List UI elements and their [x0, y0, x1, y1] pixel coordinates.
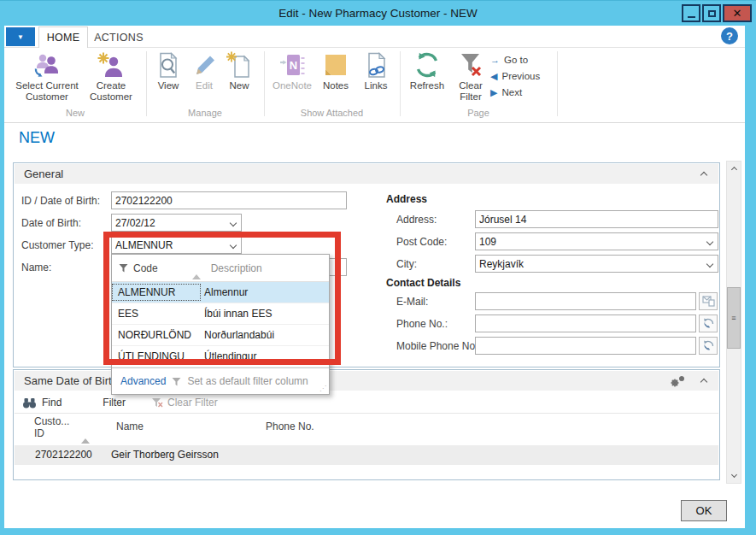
chevron-up-icon: [730, 167, 736, 173]
create-customer-button[interactable]: Create Customer: [84, 51, 138, 103]
row-name: Geir Thorberg Geirsson: [111, 449, 219, 461]
next-button[interactable]: ▶ Next: [490, 85, 522, 99]
clear-filter-button[interactable]: Clear Filter: [451, 51, 490, 103]
chevron-down-icon: [730, 472, 736, 478]
dob-input[interactable]: [112, 216, 226, 230]
goto-arrow-icon: →: [490, 55, 500, 65]
ribbon-separator: [400, 51, 401, 116]
previous-button[interactable]: ◀ Previous: [490, 69, 540, 83]
clear-filter-list-button[interactable]: Clear Filter: [167, 397, 218, 409]
customer-type-field[interactable]: [111, 236, 242, 254]
dropdown-column-description[interactable]: Description: [211, 262, 262, 274]
customer-type-input[interactable]: [112, 238, 226, 252]
phone-dial-button[interactable]: [699, 315, 718, 332]
phone-field[interactable]: [475, 315, 696, 332]
dropdown-code-cell: EES: [112, 305, 201, 322]
dropdown-row[interactable]: ALMENNUR Almennur: [112, 282, 329, 303]
window-title: Edit - New Pharmacy Customer - NEW: [0, 7, 756, 20]
onenote-icon: N: [268, 51, 316, 80]
dropdown-row[interactable]: NORÐURLÖND Norðurlandabúi: [112, 325, 329, 346]
notes-icon: [316, 51, 355, 80]
mobile-dial-button[interactable]: [699, 337, 718, 355]
onenote-label: OneNote: [268, 80, 316, 91]
scroll-down-button[interactable]: [727, 469, 741, 483]
id-dob-label: ID / Date of Birth:: [21, 195, 100, 207]
resize-grip-icon[interactable]: ⋰: [319, 385, 326, 392]
row-customer-id: 2702122200: [35, 449, 92, 461]
email-icon: [702, 296, 715, 307]
maximize-button[interactable]: [702, 4, 721, 22]
ribbon-separator: [264, 51, 265, 116]
city-dropdown-arrow-icon[interactable]: [702, 262, 718, 267]
app-menu-button[interactable]: ▼: [6, 27, 35, 46]
dropdown-code-cell: ALMENNUR: [112, 284, 201, 301]
column-header-name[interactable]: Name: [116, 420, 144, 432]
gears-icon[interactable]: [669, 375, 686, 388]
scroll-up-button[interactable]: [727, 162, 741, 175]
general-section-header[interactable]: General: [15, 164, 718, 184]
post-code-input[interactable]: [476, 235, 702, 249]
refresh-button[interactable]: Refresh: [405, 51, 449, 91]
name-label: Name:: [21, 262, 51, 273]
view-label: View: [150, 80, 186, 91]
notes-button[interactable]: Notes: [316, 51, 355, 91]
collapse-chevron-icon[interactable]: [700, 172, 707, 179]
dropdown-header-row: Code Description: [112, 255, 329, 282]
city-field[interactable]: [475, 255, 718, 273]
set-default-filter-button[interactable]: Set as default filter column: [187, 375, 308, 387]
view-icon: [150, 51, 186, 80]
vertical-scrollbar[interactable]: ≡: [726, 161, 741, 484]
dropdown-column-code[interactable]: Code: [133, 262, 158, 274]
address-field[interactable]: [475, 210, 718, 228]
filter-button[interactable]: Filter: [103, 397, 126, 409]
onenote-button[interactable]: N OneNote: [268, 51, 316, 91]
advanced-link[interactable]: Advanced: [120, 375, 166, 387]
dropdown-row[interactable]: EES Íbúi innan EES: [112, 303, 329, 325]
tab-actions[interactable]: ACTIONS: [88, 26, 149, 48]
dropdown-footer: Advanced Set as default filter column ⋰: [112, 367, 329, 394]
list-toolbar: Find Filter Clear Filter: [15, 392, 718, 414]
dob-field[interactable]: [111, 214, 242, 232]
id-dob-field[interactable]: [111, 191, 347, 209]
ok-button[interactable]: OK: [681, 500, 727, 521]
links-label: Links: [357, 80, 395, 91]
new-document-label: New: [222, 80, 256, 91]
table-row[interactable]: 2702122200 Geir Thorberg Geirsson: [15, 445, 718, 465]
ok-button-label: OK: [696, 504, 712, 517]
post-code-dropdown-arrow-icon[interactable]: [702, 239, 718, 244]
previous-arrow-icon: ◀: [490, 71, 497, 82]
post-code-field[interactable]: [475, 232, 718, 250]
title-bar: Edit - New Pharmacy Customer - NEW ✕: [0, 0, 756, 26]
edit-button[interactable]: Edit: [188, 51, 220, 91]
select-current-customer-button[interactable]: Select Current Customer: [12, 51, 82, 103]
help-button[interactable]: ?: [721, 27, 738, 44]
city-input[interactable]: [476, 257, 702, 271]
find-button[interactable]: Find: [42, 397, 62, 409]
dropdown-row[interactable]: ÚTLENDINGU Útlendingur: [112, 346, 329, 367]
customer-type-dropdown-arrow-icon[interactable]: [226, 243, 241, 248]
links-button[interactable]: Links: [357, 51, 395, 91]
tab-home[interactable]: HOME: [38, 26, 88, 48]
filter-funnel-icon[interactable]: [119, 263, 128, 273]
minimize-button[interactable]: [682, 4, 700, 22]
phone-icon: [701, 339, 715, 353]
scrollbar-thumb[interactable]: ≡: [727, 287, 741, 349]
ribbon-group-show-attached-label: Show Attached: [264, 108, 400, 118]
email-field[interactable]: [475, 292, 696, 310]
collapse-chevron-icon[interactable]: [700, 379, 707, 385]
notes-label: Notes: [316, 80, 355, 91]
mobile-phone-field[interactable]: [475, 337, 696, 355]
new-document-icon: [222, 51, 256, 80]
select-current-customer-label: Select Current Customer: [12, 80, 82, 103]
goto-button[interactable]: → Go to: [490, 53, 528, 67]
new-document-button[interactable]: New: [222, 51, 256, 91]
email-action-button[interactable]: [699, 292, 718, 310]
svg-text:N: N: [290, 59, 297, 72]
close-button[interactable]: ✕: [723, 4, 752, 22]
ribbon-group-manage-label: Manage: [146, 108, 264, 118]
column-header-phone[interactable]: Phone No.: [266, 420, 314, 432]
dob-dropdown-arrow-icon[interactable]: [226, 220, 241, 226]
create-customer-label: Create Customer: [84, 80, 138, 103]
column-header-customer-id[interactable]: Custo... ID: [34, 415, 69, 439]
view-button[interactable]: View: [150, 51, 186, 91]
